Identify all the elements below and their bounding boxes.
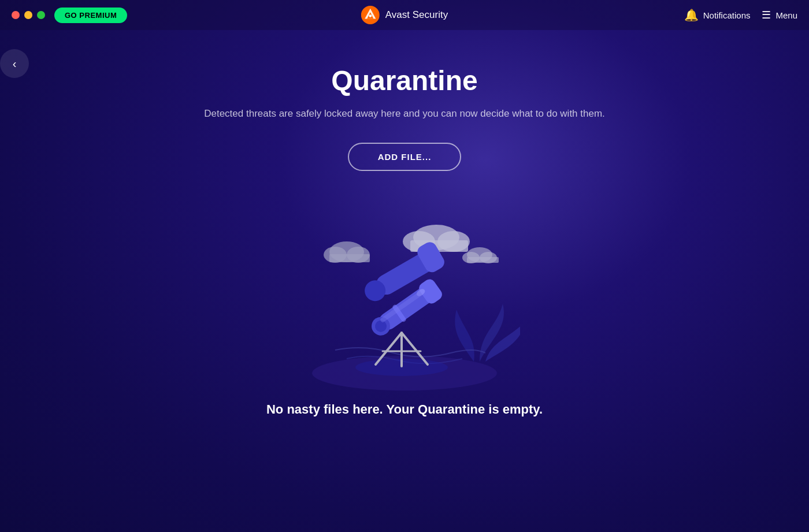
menu-label: Menu [775,10,797,20]
svg-point-1 [369,14,372,17]
svg-rect-14 [467,257,499,263]
back-icon: ‹ [13,57,17,70]
avast-logo-icon [361,6,380,24]
bell-icon: 🔔 [684,8,699,22]
add-file-button[interactable]: ADD FILE... [348,143,462,171]
titlebar: GO PREMIUM Avast Security 🔔 Notification… [0,0,809,30]
main-content: Quarantine Detected threats are safely l… [0,30,809,417]
notifications-button[interactable]: 🔔 Notifications [684,8,751,22]
app-title: Avast Security [385,9,448,21]
app-window: GO PREMIUM Avast Security 🔔 Notification… [0,0,809,532]
quarantine-illustration [289,206,520,390]
maximize-button[interactable] [37,11,45,19]
hamburger-icon: ☰ [762,9,771,21]
notifications-label: Notifications [703,10,751,20]
window-controls [12,11,45,19]
titlebar-center: Avast Security [361,6,448,24]
back-button[interactable]: ‹ [0,49,29,78]
empty-state-text: No nasty files here. Your Quarantine is … [266,402,543,417]
titlebar-right: 🔔 Notifications ☰ Menu [684,8,797,22]
close-button[interactable] [12,11,20,19]
page-title: Quarantine [331,65,477,96]
minimize-button[interactable] [24,11,32,19]
go-premium-button[interactable]: GO PREMIUM [54,8,127,23]
svg-rect-6 [329,254,370,262]
page-subtitle: Detected threats are safely locked away … [204,108,605,120]
menu-button[interactable]: ☰ Menu [762,9,797,21]
